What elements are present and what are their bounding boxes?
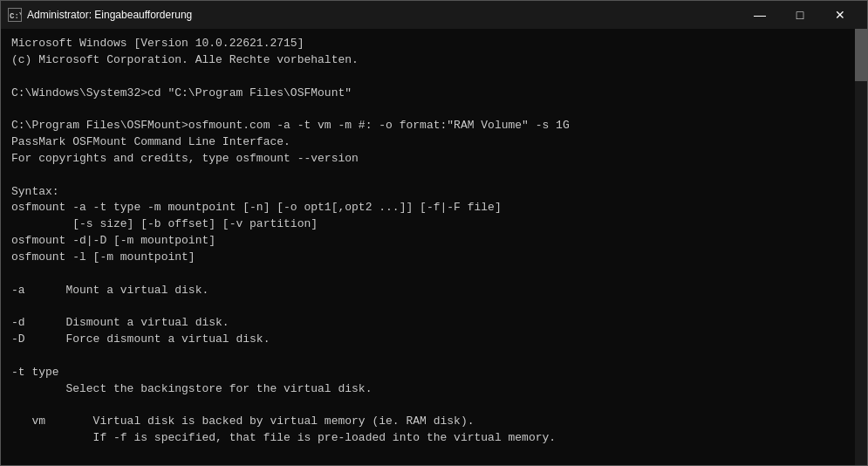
scrollbar-thumb[interactable] [855,29,867,81]
close-button[interactable]: ✕ [820,1,860,29]
window: C:\ Administrator: Eingabeaufforderung —… [0,0,868,466]
minimize-button[interactable]: — [740,1,780,29]
svg-text:C:\: C:\ [10,12,21,21]
scrollbar[interactable] [855,29,867,465]
terminal-content: Microsoft Windows [Version 10.0.22621.27… [11,36,857,465]
cmd-icon: C:\ [8,8,22,22]
title-bar-controls: — □ ✕ [740,1,860,29]
title-bar-left: C:\ Administrator: Eingabeaufforderung [8,8,192,22]
terminal-body: Microsoft Windows [Version 10.0.22621.27… [1,29,867,465]
window-title: Administrator: Eingabeaufforderung [27,9,192,21]
maximize-button[interactable]: □ [780,1,820,29]
title-bar: C:\ Administrator: Eingabeaufforderung —… [1,1,867,29]
